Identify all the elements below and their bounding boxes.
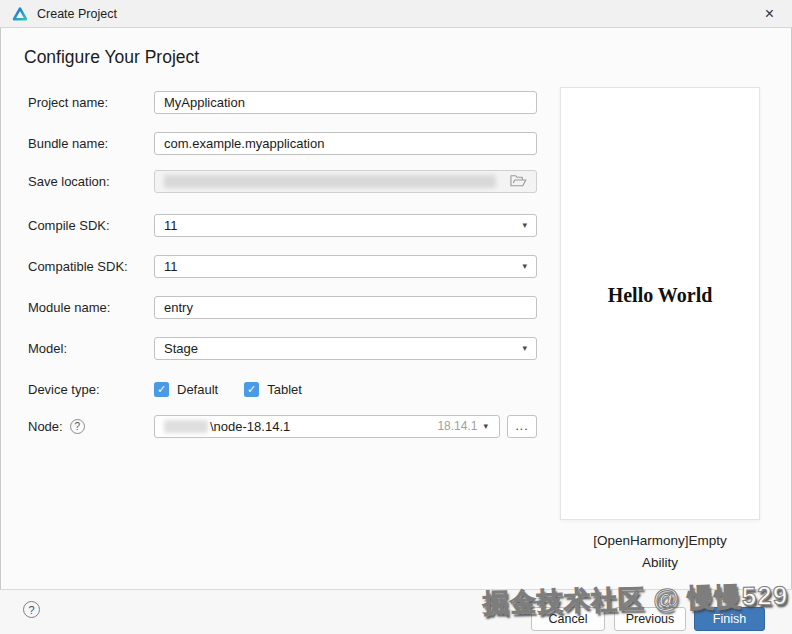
template-caption: [OpenHarmony]Empty Ability [553,530,767,574]
chevron-down-icon: ▾ [522,261,527,271]
model-label: Model: [28,341,154,356]
node-browse-button[interactable]: ... [507,415,537,438]
redacted-path-value [164,175,496,188]
node-row: Node: ? \node-18.14.1 18.14.1 ▾ ... [28,414,537,438]
finish-button[interactable]: Finish [694,607,765,631]
project-name-input[interactable] [154,91,537,114]
chevron-down-icon: ▾ [522,220,527,230]
compile-sdk-row: Compile SDK: 11 ▾ [28,213,537,237]
project-name-label: Project name: [28,95,154,110]
template-caption-line2: Ability [553,552,767,574]
bundle-name-row: Bundle name: [28,131,537,155]
help-icon[interactable]: ? [23,601,40,618]
previous-button[interactable]: Previous [614,607,686,631]
node-path-select[interactable]: \node-18.14.1 18.14.1 ▾ [154,415,500,438]
save-location-row: Save location: [28,169,537,193]
module-name-label: Module name: [28,300,154,315]
project-preview-card: Hello World [560,87,760,520]
compatible-sdk-label: Compatible SDK: [28,259,154,274]
save-location-input[interactable] [154,170,537,193]
compatible-sdk-select[interactable]: 11 ▾ [154,255,537,278]
device-type-default-label: Default [177,382,218,397]
device-type-label: Device type: [28,382,154,397]
save-location-label: Save location: [28,174,154,189]
template-caption-line1: [OpenHarmony]Empty [553,530,767,552]
module-name-row: Module name: [28,295,537,319]
chevron-down-icon: ▾ [522,343,527,353]
compile-sdk-select[interactable]: 11 ▾ [154,214,537,237]
page-title: Configure Your Project [24,47,199,68]
redacted-path-prefix [164,420,208,433]
chevron-down-icon: ▾ [483,421,488,431]
bundle-name-label: Bundle name: [28,136,154,151]
compatible-sdk-row: Compatible SDK: 11 ▾ [28,254,537,278]
compatible-sdk-value: 11 [164,259,178,274]
close-icon[interactable]: × [759,4,780,24]
bundle-name-input[interactable] [154,132,537,155]
cancel-button[interactable]: Cancel [531,607,605,631]
device-type-default-checkbox[interactable]: ✓ [154,382,169,397]
check-icon: ✓ [247,383,256,396]
node-label: Node: ? [28,419,154,434]
module-name-input[interactable] [154,296,537,319]
create-project-dialog: Create Project × Configure Your Project … [0,0,792,634]
check-icon: ✓ [157,383,166,396]
model-value: Stage [164,341,198,356]
model-select[interactable]: Stage ▾ [154,337,537,360]
device-type-tablet-label: Tablet [267,382,302,397]
device-type-tablet-checkbox[interactable]: ✓ [244,382,259,397]
footer-bar: ? Cancel Previous Finish [0,589,792,634]
node-help-icon[interactable]: ? [70,419,85,434]
device-type-row: Device type: ✓ Default ✓ Tablet [28,377,328,401]
node-path-value: \node-18.14.1 [210,419,437,434]
open-folder-icon[interactable] [510,174,527,188]
compile-sdk-label: Compile SDK: [28,218,154,233]
deveco-studio-logo-icon [12,6,28,22]
titlebar: Create Project × [0,0,792,28]
model-row: Model: Stage ▾ [28,336,537,360]
window-title: Create Project [37,7,117,21]
node-version-value: 18.14.1 [437,419,477,433]
compile-sdk-value: 11 [164,218,178,233]
preview-hello-world-text: Hello World [561,284,759,307]
project-name-row: Project name: [28,90,537,114]
